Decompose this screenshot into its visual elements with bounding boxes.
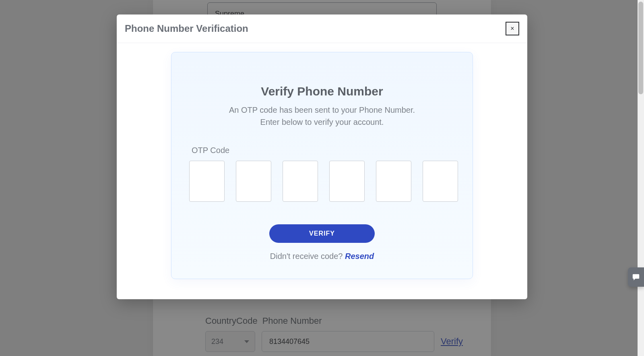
modal-overlay[interactable]: Phone Number Verification × Verify Phone…: [0, 0, 644, 356]
otp-label: OTP Code: [189, 146, 455, 155]
verify-description: An OTP code has been sent to your Phone …: [189, 104, 455, 128]
otp-input-2[interactable]: [236, 161, 271, 202]
otp-input-4[interactable]: [329, 161, 365, 202]
modal-title: Phone Number Verification: [125, 23, 248, 34]
modal-header: Phone Number Verification ×: [117, 14, 527, 43]
page-scrollbar[interactable]: [638, 0, 644, 356]
resend-prompt: Didn't receive code?: [270, 252, 345, 261]
chat-widget-button[interactable]: [628, 267, 644, 287]
resend-link[interactable]: Resend: [345, 252, 374, 261]
otp-input-6[interactable]: [423, 161, 458, 202]
otp-input-3[interactable]: [283, 161, 318, 202]
close-icon: ×: [510, 25, 514, 32]
otp-input-1[interactable]: [189, 161, 225, 202]
verify-description-line2: Enter below to verify your account.: [260, 118, 384, 126]
verify-button[interactable]: VERIFY: [269, 224, 375, 243]
verify-description-line1: An OTP code has been sent to your Phone …: [229, 106, 415, 114]
scrollbar-thumb[interactable]: [638, 2, 643, 94]
resend-row: Didn't receive code? Resend: [189, 252, 455, 261]
close-button[interactable]: ×: [506, 22, 519, 35]
otp-input-row: [189, 161, 455, 202]
otp-input-5[interactable]: [376, 161, 411, 202]
verify-panel: Verify Phone Number An OTP code has been…: [171, 52, 473, 279]
modal-body: Verify Phone Number An OTP code has been…: [117, 43, 527, 299]
verify-heading: Verify Phone Number: [189, 85, 455, 98]
verification-modal: Phone Number Verification × Verify Phone…: [117, 14, 527, 299]
chat-icon: [632, 273, 640, 281]
